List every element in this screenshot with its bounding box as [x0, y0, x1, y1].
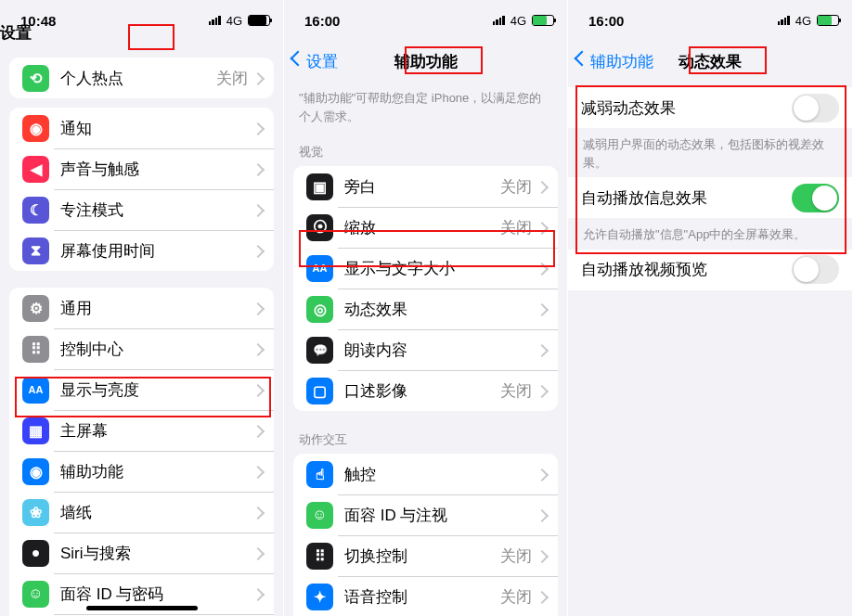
settings-row[interactable]: ☝︎触控 — [293, 454, 558, 494]
chevron-right-icon — [253, 466, 261, 478]
settings-row[interactable]: ☺︎面容 ID 与注视 — [293, 494, 558, 535]
signal-icon — [209, 16, 221, 25]
settings-row[interactable]: ☾专注模式 — [9, 189, 274, 230]
row-label: 动态效果 — [344, 299, 537, 320]
row-label: 专注模式 — [60, 199, 253, 221]
battery-icon — [248, 15, 270, 26]
chevron-right-icon — [537, 181, 545, 193]
settings-row[interactable]: ◎动态效果 — [293, 289, 558, 329]
status-time: 16:00 — [304, 13, 340, 29]
row-label: Siri与搜索 — [60, 543, 253, 564]
row-value: 关闭 — [500, 545, 532, 567]
row-label: 减弱动态效果 — [581, 97, 792, 119]
motion-scroll[interactable]: 减弱动态效果 减弱用户界面的动态效果，包括图标的视差效果。 自动播放信息效果 允… — [568, 82, 852, 616]
chevron-right-icon — [253, 507, 261, 519]
zoom-icon: ⦿ — [306, 214, 333, 241]
row-desc: 允许自动播放"信息"App中的全屏幕效果。 — [568, 218, 852, 250]
chevron-left-icon — [576, 53, 587, 70]
settings-row[interactable]: ▣旁白关闭 — [293, 166, 558, 207]
group-hotspot: ⟲个人热点关闭 — [9, 58, 274, 98]
group-general: ⚙︎通用⠿控制中心AA显示与亮度▦主屏幕◉辅助功能❀墙纸●Siri与搜索☺︎面容… — [9, 288, 274, 616]
chevron-right-icon — [253, 343, 261, 355]
row-value: 关闭 — [500, 176, 532, 198]
settings-row[interactable]: ⧗屏幕使用时间 — [9, 230, 274, 271]
chevron-right-icon — [253, 302, 261, 314]
row-autoplay-video[interactable]: 自动播放视频预览 — [568, 250, 852, 290]
row-label: 辅助功能 — [60, 461, 253, 482]
settings-row[interactable]: ▦主屏幕 — [9, 410, 274, 451]
row-label: 面容 ID 与密码 — [60, 584, 253, 605]
row-label: 自动播放信息效果 — [581, 187, 792, 209]
chevron-right-icon — [253, 425, 261, 437]
settings-row[interactable]: ❀墙纸 — [9, 492, 274, 533]
row-reduce-motion[interactable]: 减弱动态效果 — [568, 87, 852, 128]
accessibility-scroll[interactable]: "辅助功能"可帮助您自定 iPhone，以满足您的个人需求。 视觉 ▣旁白关闭⦿… — [284, 82, 567, 616]
switch-ctrl-icon: ⠿ — [306, 543, 333, 570]
row-label: 自动播放视频预览 — [581, 259, 792, 280]
status-right: 4G — [493, 14, 554, 28]
group-video-preview: 自动播放视频预览 — [568, 250, 852, 290]
settings-row[interactable]: ⟲个人热点关闭 — [9, 58, 274, 98]
settings-scroll[interactable]: ⟲个人热点关闭 ◉通知◀︎声音与触感☾专注模式⧗屏幕使用时间 ⚙︎通用⠿控制中心… — [0, 50, 283, 616]
network-label: 4G — [511, 14, 526, 28]
status-bar: 16:00 4G — [284, 0, 567, 41]
settings-row[interactable]: ⠿控制中心 — [9, 328, 274, 369]
settings-row[interactable]: ◀︎声音与触感 — [9, 148, 274, 189]
settings-row[interactable]: ◉通知 — [9, 108, 274, 148]
settings-row[interactable]: ⚙︎通用 — [9, 288, 274, 328]
back-button[interactable]: 辅助功能 — [576, 51, 653, 72]
status-bar: 16:00 4G — [568, 0, 852, 41]
row-label: 朗读内容 — [344, 340, 537, 361]
row-autoplay-msg[interactable]: 自动播放信息效果 — [568, 177, 852, 218]
chevron-left-icon — [292, 53, 303, 70]
row-label: 主屏幕 — [60, 420, 253, 442]
control-icon: ⠿ — [22, 336, 49, 363]
speech-icon: 💬 — [306, 337, 333, 364]
motion-icon: ◎ — [306, 296, 333, 323]
row-label: 声音与触感 — [60, 159, 253, 180]
row-label: 个人热点 — [60, 68, 216, 89]
settings-row[interactable]: ⦿缩放关闭 — [293, 207, 558, 248]
chevron-right-icon — [537, 550, 545, 562]
chevron-right-icon — [253, 204, 261, 216]
network-label: 4G — [226, 14, 242, 28]
chevron-right-icon — [537, 222, 545, 234]
voice-ctrl-icon: ✦ — [306, 584, 333, 610]
nav-bar: 设置 辅助功能 — [284, 41, 567, 82]
chevron-right-icon — [537, 468, 545, 481]
row-label: 触控 — [344, 464, 537, 485]
switch-autoplay-video[interactable] — [792, 255, 839, 284]
switch-autoplay-msg[interactable] — [792, 184, 839, 212]
page-title: 设置 — [0, 22, 32, 44]
wallpaper-icon: ❀ — [22, 499, 49, 526]
settings-row[interactable]: ✦语音控制关闭 — [293, 576, 558, 616]
face-attn-icon: ☺︎ — [306, 502, 333, 529]
row-value: 关闭 — [216, 68, 248, 89]
back-button[interactable]: 设置 — [292, 51, 338, 72]
display-icon: AA — [22, 377, 49, 404]
settings-row[interactable]: ⠿切换控制关闭 — [293, 535, 558, 576]
row-label: 切换控制 — [344, 545, 500, 567]
section-header-vision: 视觉 — [284, 131, 567, 166]
row-label: 通用 — [60, 298, 253, 319]
settings-row[interactable]: ◉辅助功能 — [9, 451, 274, 492]
settings-row[interactable]: ●Siri与搜索 — [9, 533, 274, 573]
siri-icon: ● — [22, 540, 49, 567]
row-label: 面容 ID 与注视 — [344, 505, 537, 526]
chevron-right-icon — [537, 385, 545, 397]
voiceover-icon: ▣ — [306, 173, 333, 200]
chevron-right-icon — [253, 547, 261, 559]
settings-row[interactable]: ▢口述影像关闭 — [293, 370, 558, 411]
access-icon: ◉ — [22, 458, 49, 485]
group-vision: ▣旁白关闭⦿缩放关闭AA显示与文字大小◎动态效果💬朗读内容▢口述影像关闭 — [293, 166, 558, 411]
settings-row[interactable]: AA显示与亮度 — [9, 369, 274, 410]
chevron-right-icon — [537, 344, 545, 356]
settings-row[interactable]: AA显示与文字大小 — [293, 248, 558, 289]
status-right: 4G — [209, 14, 270, 28]
chevron-right-icon — [253, 72, 261, 84]
switch-reduce-motion[interactable] — [792, 94, 839, 122]
settings-row[interactable]: 💬朗读内容 — [293, 329, 558, 370]
row-label: 缩放 — [344, 217, 500, 238]
page-subtitle: "辅助功能"可帮助您自定 iPhone，以满足您的个人需求。 — [284, 82, 567, 131]
status-time: 16:00 — [588, 13, 624, 29]
